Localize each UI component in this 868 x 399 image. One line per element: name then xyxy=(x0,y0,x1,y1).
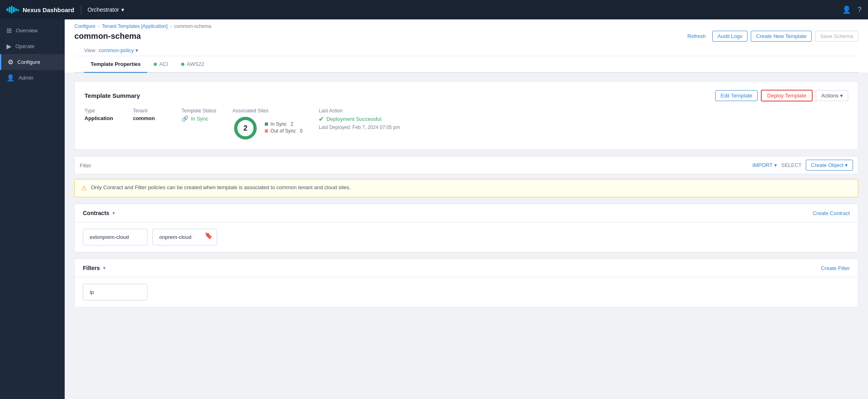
orchestrator-chevron: ▾ xyxy=(121,6,124,13)
audit-logs-button[interactable]: Audit Logs xyxy=(712,31,748,42)
svg-rect-3 xyxy=(13,7,15,13)
import-button[interactable]: IMPORT ▾ xyxy=(752,162,777,168)
filters-title: Filters ▾ xyxy=(83,265,106,271)
select-button[interactable]: SELECT xyxy=(781,162,802,168)
contract-item-extonprem[interactable]: extonprem-cloud xyxy=(83,229,148,245)
last-action-field: Last Action ✔ Deployment Successful Last… xyxy=(319,108,400,130)
in-sync-count: 2 xyxy=(291,121,294,127)
breadcrumb: Configure › Tenant Templates [Applicatio… xyxy=(74,23,858,29)
cisco-logo: Nexus Dashboard xyxy=(6,5,74,14)
contracts-section-header: Contracts ▾ Create Contract xyxy=(75,204,858,222)
svg-rect-2 xyxy=(11,6,13,13)
contract-name-extonprem: extonprem-cloud xyxy=(90,234,129,240)
actions-chevron: ▾ xyxy=(840,93,843,99)
sidebar-item-label-admin: Admin xyxy=(19,75,34,81)
breadcrumb-sep-2: › xyxy=(170,23,172,29)
user-icon[interactable]: 👤 xyxy=(842,5,851,14)
deployment-check-icon: ✔ xyxy=(319,115,324,123)
sidebar-item-admin[interactable]: 👤 Admin xyxy=(0,70,65,86)
donut-center-value: 2 xyxy=(243,124,247,133)
tab-label-aws22: AWS22 xyxy=(187,61,205,67)
sidebar-item-operate[interactable]: ▶ Operate xyxy=(0,38,65,54)
filters-chevron: ▾ xyxy=(103,265,106,271)
sync-icon: 🔗 xyxy=(182,115,188,122)
breadcrumb-configure[interactable]: Configure xyxy=(74,23,95,29)
type-value: Application xyxy=(84,115,117,121)
template-status-label: Template Status xyxy=(182,108,216,114)
tenant-label: Tenant xyxy=(133,108,165,114)
top-nav: Nexus Dashboard Orchestrator ▾ 👤 ? xyxy=(0,0,868,19)
contracts-toggle[interactable]: ▾ xyxy=(112,210,115,216)
last-deployed-text: Last Deployed: Feb 7, 2024 07:05 pm xyxy=(319,125,400,130)
breadcrumb-sep-1: › xyxy=(98,23,99,29)
edit-template-button[interactable]: Edit Template xyxy=(715,90,758,101)
contracts-section: Contracts ▾ Create Contract extonprem-cl… xyxy=(74,204,858,252)
top-nav-right: 👤 ? xyxy=(842,5,862,14)
refresh-button[interactable]: Refresh xyxy=(684,32,709,41)
import-chevron: ▾ xyxy=(774,162,777,168)
overview-icon: ⊞ xyxy=(6,27,12,34)
orchestrator-button[interactable]: Orchestrator ▾ xyxy=(88,6,125,13)
svg-rect-0 xyxy=(6,8,8,11)
associated-sites-field: Associated Sites 2 xyxy=(232,108,302,141)
content-area: Template Summary Edit Template Deploy Te… xyxy=(65,73,868,322)
sidebar-item-overview[interactable]: ⊞ Overview xyxy=(0,23,65,38)
filters-toggle[interactable]: ▾ xyxy=(103,265,106,271)
nav-divider xyxy=(81,5,81,15)
page-title: common-schema xyxy=(74,32,141,41)
deploy-template-button[interactable]: Deploy Template xyxy=(761,90,813,101)
sidebar-item-label-configure: Configure xyxy=(17,59,40,65)
view-policy-label: common-policy xyxy=(99,47,134,53)
bookmark-icon: 🔖 xyxy=(205,232,213,239)
card-title: Template Summary xyxy=(84,92,140,99)
sidebar-item-label-operate: Operate xyxy=(15,43,34,49)
contract-name-onprem: onprem-cloud xyxy=(159,234,192,240)
template-status-value: 🔗 In Sync xyxy=(182,115,216,122)
tabs-bar: Template Properties ACI AWS22 xyxy=(74,56,858,73)
filter-name-ip: ip xyxy=(90,289,94,295)
create-object-button[interactable]: Create Object ▾ xyxy=(806,160,853,171)
warning-banner: ⚠ Only Contract and Filter policies can … xyxy=(74,179,858,197)
actions-button[interactable]: Actions ▾ xyxy=(816,90,848,101)
page-actions: Refresh Audit Logs Create New Template S… xyxy=(684,31,858,42)
filter-bar: IMPORT ▾ SELECT Create Object ▾ xyxy=(74,156,858,174)
contract-item-onprem[interactable]: 🔖 onprem-cloud xyxy=(152,229,217,245)
deployment-status: Deployment Successful xyxy=(326,116,381,122)
svg-rect-1 xyxy=(8,7,10,13)
tenant-field: Tenant common xyxy=(133,108,165,121)
template-status-field: Template Status 🔗 In Sync xyxy=(182,108,216,122)
filter-item-ip[interactable]: ip xyxy=(83,284,148,300)
tenant-value: common xyxy=(133,115,165,121)
sidebar: ⊞ Overview ▶ Operate ⚙ Configure 👤 Admin xyxy=(0,19,65,399)
import-label: IMPORT xyxy=(752,162,773,168)
svg-rect-5 xyxy=(17,9,19,11)
sites-legend: In Sync 2 Out of Sync 0 xyxy=(265,121,302,135)
create-contract-button[interactable]: Create Contract xyxy=(813,210,850,216)
tab-template-properties[interactable]: Template Properties xyxy=(84,56,147,73)
associated-sites-label: Associated Sites xyxy=(232,108,302,114)
view-policy-button[interactable]: common-policy ▾ xyxy=(99,47,138,53)
app-title: Nexus Dashboard xyxy=(23,6,74,13)
create-filter-button[interactable]: Create Filter xyxy=(821,265,850,271)
contracts-body: extonprem-cloud 🔖 onprem-cloud xyxy=(75,222,858,252)
admin-icon: 👤 xyxy=(6,74,15,82)
filters-section: Filters ▾ Create Filter ip xyxy=(74,259,858,307)
page-title-row: common-schema Refresh Audit Logs Create … xyxy=(74,31,858,45)
breadcrumb-tenant-templates[interactable]: Tenant Templates [Application] xyxy=(102,23,168,29)
tab-dot-aci xyxy=(154,63,157,66)
create-object-label: Create Object xyxy=(811,162,843,168)
view-row: View common-policy ▾ xyxy=(74,45,858,56)
sidebar-item-configure[interactable]: ⚙ Configure xyxy=(0,54,65,70)
filters-label: Filters xyxy=(83,265,100,271)
create-new-template-button[interactable]: Create New Template xyxy=(751,31,812,42)
filter-input-wrap xyxy=(80,162,752,169)
filters-body: ip xyxy=(75,277,858,307)
save-schema-button[interactable]: Save Schema xyxy=(815,31,858,42)
tab-aws22[interactable]: AWS22 xyxy=(175,56,211,73)
tab-aci[interactable]: ACI xyxy=(147,56,175,73)
out-of-sync-dot xyxy=(265,129,268,133)
filter-input[interactable] xyxy=(80,163,752,169)
orchestrator-label: Orchestrator xyxy=(88,6,119,13)
tab-label-template-properties: Template Properties xyxy=(91,61,141,67)
help-icon[interactable]: ? xyxy=(857,6,862,14)
